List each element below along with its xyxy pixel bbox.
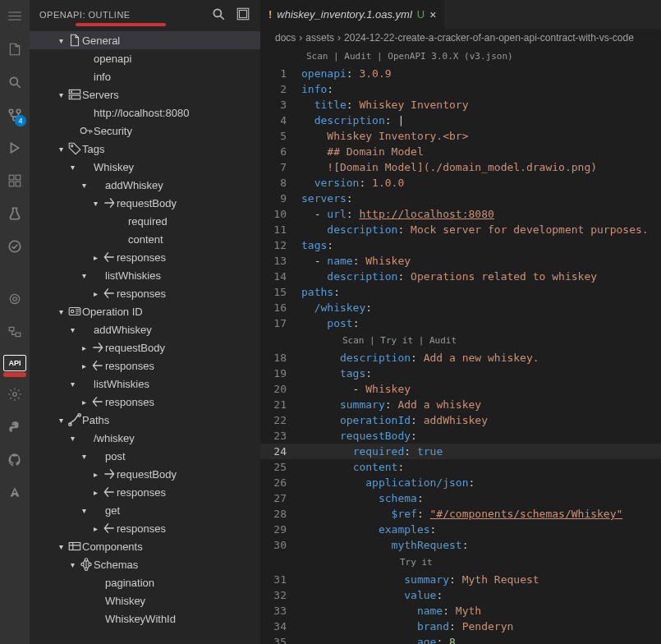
extensions-icon[interactable] <box>5 171 25 191</box>
code-line[interactable]: 35 age: 8 <box>260 634 661 644</box>
tree-item[interactable]: Whiskey <box>30 591 260 610</box>
code-line[interactable]: 6 ## Domain Model <box>260 144 661 159</box>
check-icon[interactable] <box>5 237 25 256</box>
chevron-icon[interactable]: ▾ <box>77 452 90 461</box>
code-line[interactable]: 27 schema: <box>260 490 661 506</box>
chevron-icon[interactable]: ▾ <box>54 145 67 154</box>
chevron-icon[interactable]: ▸ <box>89 488 102 497</box>
tree-item[interactable]: pagination <box>30 573 260 591</box>
tree-item[interactable]: openapi <box>30 49 260 67</box>
chevron-icon[interactable]: ▾ <box>77 271 90 280</box>
code-line[interactable]: 24 required: true <box>260 444 661 459</box>
code-line[interactable]: 30 mythRequest: <box>260 537 661 553</box>
code-line[interactable]: 7 ![Domain Model](./domain_model.drawio.… <box>260 159 661 175</box>
chevron-icon[interactable]: ▾ <box>77 181 90 190</box>
tree-item[interactable]: WhiskeyWithId <box>30 610 260 628</box>
tree-item[interactable]: info <box>30 67 260 85</box>
chevron-icon[interactable]: ▾ <box>54 36 67 45</box>
chevron-icon[interactable]: ▾ <box>66 325 79 334</box>
tree-item[interactable]: content <box>30 230 260 248</box>
tree-item[interactable]: ▾addWhiskey <box>30 176 260 194</box>
code-line[interactable]: 22 operationId: addWhiskey <box>260 412 661 428</box>
tree-item[interactable]: ▾Tags <box>30 140 260 158</box>
chevron-icon[interactable]: ▾ <box>54 542 67 551</box>
tab-close-icon[interactable]: × <box>429 8 436 21</box>
tree-item[interactable]: ▾requestBody <box>30 194 260 212</box>
tree-item[interactable]: http://localhost:8080 <box>30 104 260 122</box>
tree-item[interactable]: ▾Operation ID <box>30 302 260 320</box>
chevron-icon[interactable]: ▾ <box>66 380 79 389</box>
code-line[interactable]: 33 name: Myth <box>260 603 661 619</box>
codelens[interactable]: Scan | Audit | OpenAPI 3.0.X (v3.json) <box>260 47 661 66</box>
tree-item[interactable]: ▸responses <box>30 393 260 411</box>
breadcrumb-item[interactable]: docs <box>275 32 296 44</box>
code-line[interactable]: 4 description: | <box>260 113 661 128</box>
chevron-icon[interactable]: ▸ <box>89 524 102 533</box>
chevron-icon[interactable]: ▸ <box>89 289 102 298</box>
chevron-icon[interactable]: ▾ <box>66 163 79 172</box>
tree-item[interactable]: ▾Components <box>30 537 260 555</box>
code-line[interactable]: 32 value: <box>260 587 661 603</box>
tree-item[interactable]: ▾listWhiskies <box>30 266 260 284</box>
tree-item[interactable]: Security <box>30 122 260 140</box>
breadcrumb-item[interactable]: assets <box>305 32 334 44</box>
tree-item[interactable]: ▸requestBody <box>30 465 260 483</box>
code-line[interactable]: 28 $ref: "#/components/schemas/Whiskey" <box>260 506 661 522</box>
code-editor[interactable]: Scan | Audit | OpenAPI 3.0.X (v3.json)1o… <box>260 47 661 644</box>
code-line[interactable]: 20 - Whiskey <box>260 381 661 397</box>
tree-item[interactable]: ▸responses <box>30 284 260 302</box>
code-line[interactable]: 1openapi: 3.0.9 <box>260 66 661 81</box>
chevron-icon[interactable]: ▾ <box>89 199 102 208</box>
chevron-icon[interactable]: ▸ <box>77 343 90 352</box>
chevron-icon[interactable]: ▾ <box>54 90 67 99</box>
misc-icon[interactable] <box>5 289 25 309</box>
chevron-icon[interactable]: ▾ <box>54 416 67 425</box>
api-icon[interactable]: API <box>3 355 26 371</box>
code-line[interactable]: 13 - name: Whiskey <box>260 253 661 269</box>
tree-item[interactable]: ▾Schemas <box>30 555 260 573</box>
code-line[interactable]: 23 requestBody: <box>260 428 661 444</box>
code-line[interactable]: 18 description: Add a new whiskey. <box>260 350 661 366</box>
chevron-icon[interactable]: ▾ <box>54 307 67 316</box>
chevron-icon[interactable]: ▾ <box>66 560 79 569</box>
code-line[interactable]: 17 post: <box>260 315 661 331</box>
search-icon[interactable] <box>5 72 25 92</box>
run-debug-icon[interactable] <box>5 138 25 158</box>
code-line[interactable]: 14 description: Operations related to wh… <box>260 269 661 284</box>
chevron-icon[interactable]: ▸ <box>89 253 102 262</box>
azure-icon[interactable] <box>5 483 25 503</box>
breadcrumbs[interactable]: docs › assets › 2024-12-22-create-a-crac… <box>260 29 661 47</box>
code-line[interactable]: 2info: <box>260 81 661 97</box>
source-control-icon[interactable]: 4 <box>5 105 25 125</box>
tree-item[interactable]: ▾/whiskey <box>30 429 260 447</box>
code-line[interactable]: 12tags: <box>260 237 661 253</box>
breadcrumb-item[interactable]: 2024-12-22-create-a-cracker-of-an-open-a… <box>344 32 634 44</box>
menu-icon[interactable] <box>5 7 25 26</box>
code-line[interactable]: 11 description: Mock server for developm… <box>260 222 661 237</box>
chevron-icon[interactable]: ▸ <box>77 398 90 407</box>
tab-active[interactable]: ! whiskey_inventory.1.oas.yml U × <box>260 0 445 29</box>
tree-item[interactable]: ▾addWhiskey <box>30 320 260 338</box>
chevron-icon[interactable]: ▸ <box>77 361 90 370</box>
tree-item[interactable]: ▾Paths <box>30 411 260 429</box>
chevron-icon[interactable]: ▾ <box>66 434 79 443</box>
tree-item[interactable]: ▸responses <box>30 483 260 501</box>
codelens[interactable]: Scan | Try it | Audit <box>260 331 661 350</box>
code-line[interactable]: 34 brand: Penderyn <box>260 619 661 634</box>
code-line[interactable]: 16 /whiskey: <box>260 300 661 315</box>
code-line[interactable]: 8 version: 1.0.0 <box>260 175 661 191</box>
tree-item[interactable]: ▸responses <box>30 248 260 266</box>
code-line[interactable]: 21 summary: Add a whiskey <box>260 397 661 412</box>
code-line[interactable]: 19 tags: <box>260 366 661 381</box>
settings-gear-icon[interactable] <box>5 384 25 404</box>
code-line[interactable]: 29 examples: <box>260 522 661 537</box>
python-icon[interactable] <box>5 417 25 437</box>
chevron-icon[interactable]: ▾ <box>77 506 90 515</box>
sidebar-collapse-icon[interactable] <box>236 7 250 23</box>
tree-item[interactable]: ▾get <box>30 501 260 519</box>
chevron-icon[interactable]: ▸ <box>89 470 102 479</box>
testing-icon[interactable] <box>5 204 25 223</box>
code-line[interactable]: 31 summary: Myth Request <box>260 572 661 587</box>
code-line[interactable]: 15paths: <box>260 284 661 300</box>
tree-item[interactable]: ▸requestBody <box>30 338 260 356</box>
